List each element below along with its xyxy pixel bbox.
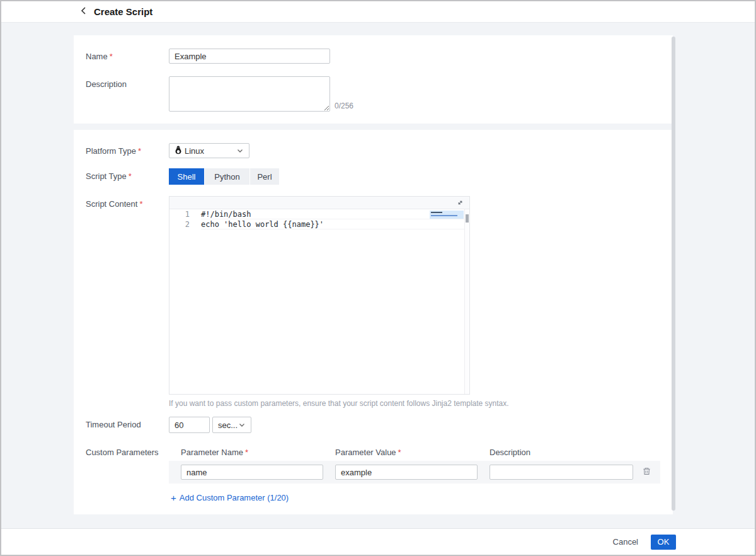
name-row: Name* [74,49,673,64]
script-type-row: Script Type* Shell Python Perl [74,168,673,185]
custom-parameters-row: Custom Parameters Parameter Name* Parame… [74,448,673,484]
linux-penguin-icon [175,146,182,156]
form-scroll-area: Name* Description 0/256 Platform Type* [1,23,755,528]
tab-perl[interactable]: Perl [250,168,279,185]
timeout-row: Timeout Period sec... [74,417,673,433]
editor-scrollbar-thumb[interactable] [466,214,469,223]
script-type-label: Script Type* [74,168,169,185]
param-name-header: Parameter Name* [181,448,335,457]
param-value-input[interactable] [335,465,478,480]
platform-type-value: Linux [185,146,236,156]
code-text: echo 'hello world {{name}}' [201,219,464,229]
custom-parameters-label: Custom Parameters [74,448,169,484]
chevron-down-icon [238,421,246,429]
cancel-button[interactable]: Cancel [613,537,638,547]
jinja2-hint-text: If you want to pass custom parameters, e… [169,399,509,408]
description-textarea[interactable] [169,76,330,112]
code-editor[interactable]: 1 #!/bin/bash 2 echo 'hello world {{name… [169,196,470,395]
add-custom-parameter-button[interactable]: + Add Custom Parameter (1/20) [171,492,289,503]
required-asterisk: * [129,171,132,181]
script-type-tabs: Shell Python Perl [169,168,279,185]
platform-type-select[interactable]: Linux [169,143,249,158]
back-button[interactable] [80,6,87,18]
name-input[interactable] [169,49,330,64]
param-description-header: Description [490,448,660,457]
description-row: Description 0/256 [74,76,673,112]
timeout-unit-value: sec... [218,420,238,430]
footer-action-bar: Cancel OK [1,528,755,555]
script-content-label: Script Content* [74,196,169,408]
delete-param-button[interactable] [642,466,651,478]
script-settings-card: Platform Type* Linux [74,130,673,514]
code-line: 1 #!/bin/bash [169,209,469,219]
required-asterisk: * [245,448,248,457]
param-value-header: Parameter Value* [335,448,490,457]
plus-icon: + [171,492,176,503]
page-title: Create Script [94,6,152,17]
line-number: 1 [169,210,201,219]
platform-type-label: Platform Type* [74,143,169,158]
trash-icon [642,466,651,478]
char-counter: 0/256 [335,101,353,110]
page-header: Create Script [1,1,755,23]
page-scrollbar-thumb[interactable] [672,37,675,511]
param-table-row [169,461,660,484]
required-asterisk: * [138,146,141,156]
param-name-input[interactable] [181,465,323,480]
tab-python[interactable]: Python [205,168,249,185]
timeout-unit-select[interactable]: sec... [212,417,251,433]
chevron-down-icon [236,147,244,154]
code-text: #!/bin/bash [201,209,464,219]
expand-icon[interactable] [457,197,464,209]
timeout-input[interactable] [169,417,210,433]
code-line: 2 echo 'hello world {{name}}' [169,219,469,229]
timeout-label: Timeout Period [74,417,169,433]
create-script-page: Create Script Name* Description 0/256 [0,0,756,556]
required-asterisk: * [139,199,142,209]
param-description-input[interactable] [490,465,633,480]
back-chevron-icon [80,6,87,18]
editor-scrollbar[interactable] [464,209,469,394]
line-number: 2 [169,220,201,229]
editor-minimap[interactable] [430,211,464,219]
platform-type-row: Platform Type* Linux [74,143,673,158]
basic-info-card: Name* Description 0/256 [74,35,673,124]
tab-shell[interactable]: Shell [169,168,204,185]
editor-toolbar [169,197,469,209]
script-content-row: Script Content* [74,196,673,408]
required-asterisk: * [110,52,113,61]
name-label: Name* [74,49,169,64]
description-label: Description [74,76,169,112]
ok-button[interactable]: OK [651,535,676,550]
param-column-headers: Parameter Name* Parameter Value* Descrip… [169,448,660,457]
add-custom-parameter-label: Add Custom Parameter (1/20) [180,493,289,502]
required-asterisk: * [398,448,401,457]
editor-body[interactable]: 1 #!/bin/bash 2 echo 'hello world {{name… [169,209,469,394]
